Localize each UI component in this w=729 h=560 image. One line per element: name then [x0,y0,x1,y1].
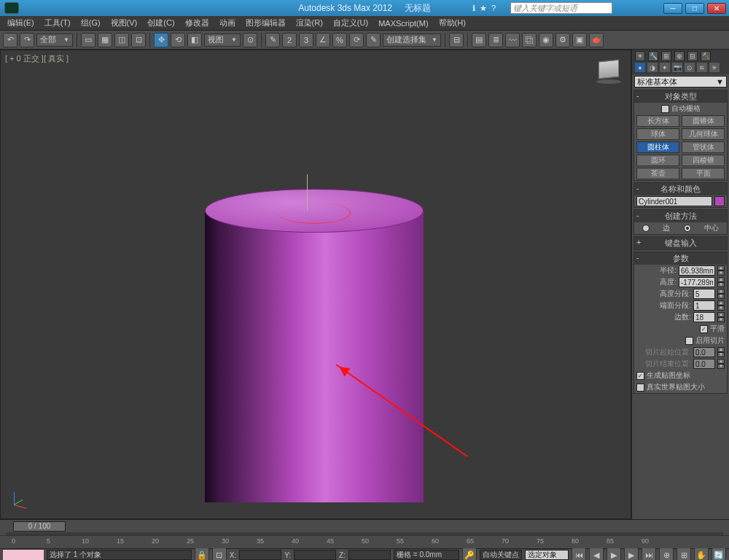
lights-tab-icon[interactable]: ✦ [660,63,670,72]
tube-button[interactable]: 管状体 [682,141,725,153]
select-region-icon[interactable]: ◫ [114,33,129,47]
display-icon[interactable]: ⊞ [661,51,671,61]
helpers-tab-icon[interactable]: ⊙ [685,63,695,72]
next-frame-icon[interactable]: ▶ [624,548,639,560]
lightbulb-icon[interactable]: ☀ [635,51,645,61]
material-editor-icon[interactable]: ◉ [539,33,553,47]
spinner-snap-icon[interactable]: ⟳ [349,33,364,47]
goto-end-icon[interactable]: ⏭ [642,548,656,560]
parameters-header[interactable]: -参数 [634,252,727,265]
percent-snap-icon[interactable]: % [332,33,347,47]
z-coord[interactable] [348,550,391,560]
sphere-button[interactable]: 球体 [636,128,679,140]
cylinder-object[interactable] [205,189,424,502]
cylinder-button[interactable]: 圆柱体 [636,141,679,153]
minimize-button[interactable]: ─ [663,3,682,14]
ref-coord-dropdown[interactable]: 视图▼ [204,34,241,47]
render-icon[interactable]: 🫖 [589,33,604,47]
select-name-icon[interactable]: ▦ [98,33,112,47]
cseg-input[interactable] [693,300,715,311]
box-button[interactable]: 长方体 [636,115,679,127]
plane-button[interactable]: 平面 [682,168,725,179]
creation-method-header[interactable]: -创建方法 [634,210,727,222]
named-selection-dropdown[interactable]: 创建选择集▼ [383,34,441,47]
goto-start-icon[interactable]: ⏮ [572,548,586,560]
schematic-icon[interactable]: ⿻ [522,33,537,47]
nav-icon2[interactable]: ⊞ [677,548,691,560]
geosphere-button[interactable]: 几何球体 [682,128,725,140]
category-dropdown[interactable]: 标准基本体▼ [634,76,727,88]
snap3-icon[interactable]: 3 [299,33,313,47]
move-icon[interactable]: ✥ [154,33,168,47]
menu-tools[interactable]: 工具(T) [40,16,75,30]
menu-edit[interactable]: 编辑(E) [3,16,39,30]
motion-icon[interactable]: ⊕ [674,51,685,61]
color-swatch[interactable] [714,196,725,206]
key-filter-dropdown[interactable]: 选定对象 [525,550,569,560]
smooth-checkbox[interactable]: ✓ [700,325,708,333]
viewcube[interactable] [594,58,623,87]
cameras-tab-icon[interactable]: 📷 [672,63,682,72]
height-spinner[interactable]: ▲▼ [717,277,725,287]
center-radio[interactable] [684,225,691,232]
torus-button[interactable]: 圆环 [636,155,679,166]
autokey-button[interactable]: 自动关键点 [480,550,522,560]
script-mini-listener[interactable] [3,550,44,560]
hseg-spinner[interactable]: ▲▼ [717,289,725,299]
mirror-icon[interactable]: ⊟ [449,33,464,47]
manip-icon[interactable]: ✎ [265,33,280,47]
object-name-input[interactable] [636,196,712,206]
isolate-icon[interactable]: ⊡ [212,548,227,560]
pivot-icon[interactable]: ⊙ [243,33,257,47]
selection-filter[interactable]: 全部▼ [36,34,73,47]
time-slider[interactable]: 0 / 100 [0,519,729,535]
maximize-button[interactable]: □ [685,3,704,14]
x-coord[interactable] [239,550,281,560]
name-color-header[interactable]: -名称和颜色 [634,183,727,195]
help-search[interactable]: 键入关键字或短语 [510,2,612,14]
radius-input[interactable] [679,265,715,276]
snap2-icon[interactable]: 2 [282,33,297,47]
render-frame-icon[interactable]: ▣ [572,33,587,47]
frame-slider[interactable]: 0 / 100 [13,521,66,532]
scale-icon[interactable]: ◧ [187,33,202,47]
nav-icon3[interactable]: ✋ [694,548,709,560]
edge-radio[interactable] [642,225,650,232]
align-icon[interactable]: ▤ [472,33,486,47]
space-tab-icon[interactable]: ≋ [697,63,707,72]
key-icon[interactable]: 🔑 [462,548,477,560]
menu-create[interactable]: 创建(C) [143,16,179,30]
nav-icon1[interactable]: ⊕ [659,548,674,560]
edit-named-icon[interactable]: ✎ [366,33,381,47]
cone-button[interactable]: 圆锥体 [682,115,725,127]
help-icon[interactable]: ? [491,4,496,13]
close-button[interactable]: ✕ [707,3,726,14]
wrench-icon[interactable]: 🔧 [648,51,658,61]
menu-modifiers[interactable]: 修改器 [181,16,214,30]
menu-group[interactable]: 组(G) [77,16,105,30]
object-type-header[interactable]: -对象类型 [634,90,727,103]
play-icon[interactable]: ▶ [607,548,621,560]
height-input[interactable] [679,277,715,287]
menu-maxscript[interactable]: MAXScript(M) [374,18,432,29]
geometry-tab-icon[interactable]: ● [635,63,645,72]
sides-input[interactable] [693,312,715,322]
viewport-label[interactable]: [ + 0 正交 ][ 真实 ] [5,53,69,64]
radius-spinner[interactable]: ▲▼ [717,265,725,276]
viewport[interactable]: [ + 0 正交 ][ 真实 ] [0,50,631,519]
undo-icon[interactable]: ↶ [3,33,17,47]
menu-help[interactable]: 帮助(H) [434,16,470,30]
menu-rendering[interactable]: 渲染(R) [292,16,327,30]
y-coord[interactable] [294,550,336,560]
hseg-input[interactable] [693,289,715,299]
sides-spinner[interactable]: ▲▼ [717,312,725,322]
prev-frame-icon[interactable]: ◀ [589,548,604,560]
genmap-checkbox[interactable]: ✓ [636,372,644,380]
menu-views[interactable]: 视图(V) [106,16,142,30]
lock-icon[interactable]: 🔒 [195,548,209,560]
pyramid-button[interactable]: 四棱锥 [682,155,725,166]
menu-animation[interactable]: 动画 [215,16,240,30]
realworld-checkbox[interactable] [636,384,644,392]
select-icon[interactable]: ▭ [81,33,95,47]
slice-on-checkbox[interactable] [685,337,693,345]
